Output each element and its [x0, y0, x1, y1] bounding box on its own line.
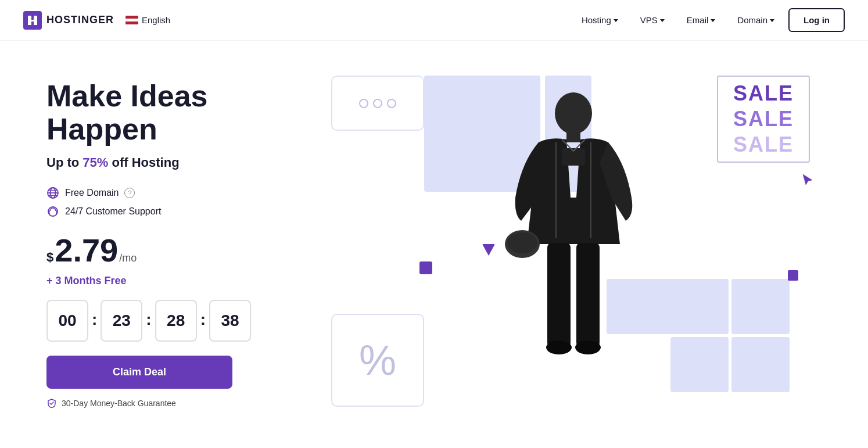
- price-line: $ 2.79 /mo: [46, 234, 325, 267]
- svg-rect-12: [576, 243, 600, 347]
- deco-square-6: [731, 337, 790, 392]
- chevron-down-icon: [770, 19, 774, 22]
- nav-left: HOSTINGER English: [23, 11, 170, 30]
- nav-vps[interactable]: VPS: [632, 10, 673, 30]
- nav-right: Hosting VPS Email Domain Log in: [573, 8, 845, 32]
- flag-icon: [125, 16, 138, 25]
- svg-point-7: [555, 92, 592, 134]
- feature-domain-text: Free Domain: [65, 188, 119, 198]
- nav-domain-label: Domain: [737, 15, 767, 25]
- browser-dot-1: [359, 99, 368, 108]
- subtitle-prefix: Up to: [46, 155, 83, 170]
- hero-illustration: % SALE SALE SALE: [325, 64, 822, 424]
- sale-text-1: SALE: [733, 81, 794, 106]
- guarantee-label: 30-Day Money-Back Guarantee: [62, 399, 176, 408]
- hero-title: Make Ideas Happen: [46, 80, 325, 146]
- price-dollar: $: [46, 250, 53, 265]
- login-button[interactable]: Log in: [788, 8, 845, 32]
- deco-square-purple-2: [788, 270, 798, 281]
- support-icon: [46, 205, 59, 218]
- deco-square-4: [731, 279, 790, 334]
- percent-card: %: [331, 314, 424, 407]
- nav-domain[interactable]: Domain: [729, 10, 783, 30]
- person-image: [480, 64, 666, 424]
- deco-square-purple-1: [419, 261, 432, 274]
- colon-3: :: [200, 310, 206, 329]
- subtitle-suffix: off Hosting: [108, 155, 179, 170]
- feature-support-text: 24/7 Customer Support: [65, 206, 161, 217]
- sale-text-3: SALE: [733, 132, 794, 157]
- svg-rect-11: [547, 243, 571, 347]
- nav-email-label: Email: [687, 15, 709, 25]
- deco-square-5: [670, 337, 729, 392]
- language-selector[interactable]: English: [125, 15, 170, 25]
- svg-rect-8: [566, 131, 580, 142]
- chevron-down-icon: [614, 19, 618, 22]
- hero-content: Make Ideas Happen Up to 75% off Hosting …: [46, 80, 325, 408]
- sale-card: SALE SALE SALE: [717, 76, 810, 163]
- language-label: English: [142, 15, 170, 25]
- countdown-seconds: 28: [155, 300, 197, 342]
- price-main: 2.79: [55, 234, 118, 267]
- shield-icon: [46, 398, 57, 408]
- globe-icon: [46, 187, 59, 199]
- svg-point-14: [575, 341, 601, 354]
- countdown-centiseconds: 38: [209, 300, 251, 342]
- svg-point-13: [546, 341, 572, 354]
- cursor-icon: [801, 173, 815, 187]
- feature-list: Free Domain ? 24/7 Customer Support: [46, 187, 325, 218]
- browser-dot-2: [373, 99, 382, 108]
- colon-2: :: [146, 310, 151, 329]
- sale-text-2: SALE: [733, 107, 794, 131]
- browser-dot-3: [387, 99, 396, 108]
- nav-email[interactable]: Email: [679, 10, 724, 30]
- question-icon[interactable]: ?: [124, 188, 135, 198]
- chevron-down-icon: [711, 19, 715, 22]
- nav-hosting-label: Hosting: [582, 15, 611, 25]
- logo-text: HOSTINGER: [46, 14, 114, 26]
- hero-section: Make Ideas Happen Up to 75% off Hosting …: [0, 41, 868, 447]
- countdown-minutes: 23: [101, 300, 142, 342]
- countdown: 00 : 23 : 28 : 38: [46, 300, 325, 342]
- chevron-down-icon: [660, 19, 665, 22]
- colon-1: :: [92, 310, 97, 329]
- price-block: $ 2.79 /mo: [46, 234, 325, 267]
- claim-deal-button[interactable]: Claim Deal: [46, 356, 232, 389]
- hero-subtitle: Up to 75% off Hosting: [46, 155, 325, 170]
- svg-point-10: [507, 232, 537, 253]
- nav-vps-label: VPS: [640, 15, 658, 25]
- countdown-hours: 00: [46, 300, 88, 342]
- percent-symbol: %: [359, 339, 396, 381]
- months-free: + 3 Months Free: [46, 275, 325, 287]
- subtitle-highlight: 75%: [83, 155, 108, 170]
- navbar: HOSTINGER English Hosting VPS Email Doma…: [0, 0, 868, 41]
- logo[interactable]: HOSTINGER: [23, 11, 114, 30]
- person-silhouette: [498, 81, 649, 424]
- nav-hosting[interactable]: Hosting: [573, 10, 626, 30]
- logo-icon: [23, 11, 42, 30]
- browser-card: [331, 76, 424, 131]
- list-item: 24/7 Customer Support: [46, 205, 325, 218]
- price-per: /mo: [119, 252, 137, 264]
- guarantee-text: 30-Day Money-Back Guarantee: [46, 398, 325, 408]
- list-item: Free Domain ?: [46, 187, 325, 199]
